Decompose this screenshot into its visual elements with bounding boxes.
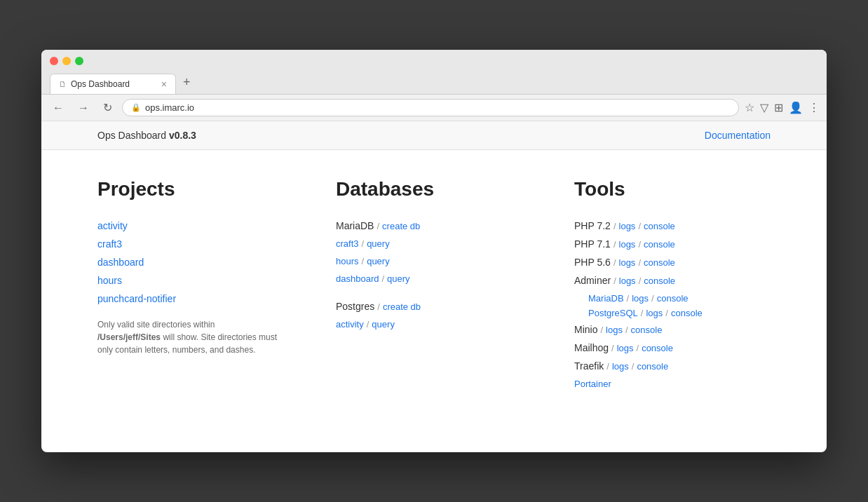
mariadb-group: MariaDB / create db craft3 / query hours… xyxy=(336,220,532,284)
tool-traefik: Traefik / logs / console xyxy=(574,360,771,372)
adminer-postgresql: PostgreSQL / logs / console xyxy=(588,308,771,318)
new-tab-button[interactable]: + xyxy=(176,71,198,94)
forward-button[interactable]: → xyxy=(74,100,93,116)
php56-logs[interactable]: logs xyxy=(619,257,636,268)
db-dashboard: dashboard / query xyxy=(336,273,532,284)
traefik-logs[interactable]: logs xyxy=(612,361,629,372)
tab-title: Ops Dashboard xyxy=(71,79,157,89)
cast-icon[interactable]: ▽ xyxy=(760,101,768,114)
postgres-create-link[interactable]: create db xyxy=(383,301,421,312)
project-link-hours[interactable]: hours xyxy=(97,275,294,286)
browser-titlebar: 🗋 Ops Dashboard × + xyxy=(41,50,827,95)
db-dashboard-link[interactable]: dashboard xyxy=(336,273,379,284)
postgres-header: Postgres / create db xyxy=(336,301,532,312)
adminer-postgresql-console[interactable]: console xyxy=(671,308,703,318)
tool-adminer: Adminer / logs / console xyxy=(574,275,771,286)
note-text-1: Only valid site directories within xyxy=(97,320,215,330)
tool-php56: PHP 5.6 / logs / console xyxy=(574,257,771,268)
projects-title: Projects xyxy=(97,178,294,201)
tab-doc-icon: 🗋 xyxy=(59,80,67,88)
documentation-link[interactable]: Documentation xyxy=(705,130,771,141)
mailhog-console[interactable]: console xyxy=(642,343,673,353)
lock-icon: 🔒 xyxy=(131,103,141,112)
close-button[interactable] xyxy=(50,57,58,65)
tab-close-button[interactable]: × xyxy=(161,79,167,90)
tool-adminer-group: Adminer / logs / console MariaDB / logs … xyxy=(574,275,771,318)
profile-icon[interactable]: 👤 xyxy=(789,101,803,114)
tool-php72: PHP 7.2 / logs / console xyxy=(574,220,771,231)
traefik-name: Traefik xyxy=(574,360,604,372)
db-hours-query[interactable]: query xyxy=(367,256,390,266)
reload-button[interactable]: ↻ xyxy=(99,100,116,116)
nav-actions: ☆ ▽ ⊞ 👤 ⋮ xyxy=(745,101,820,114)
php72-console[interactable]: console xyxy=(644,221,675,231)
project-link-activity[interactable]: activity xyxy=(97,220,294,231)
adminer-mariadb: MariaDB / logs / console xyxy=(588,293,771,304)
adminer-logs[interactable]: logs xyxy=(619,276,636,286)
browser-controls xyxy=(50,57,818,65)
project-link-dashboard[interactable]: dashboard xyxy=(97,257,294,268)
url-display: ops.imarc.io xyxy=(145,102,194,113)
tool-minio: Minio / logs / console xyxy=(574,324,771,335)
minimize-button[interactable] xyxy=(62,57,71,65)
extensions-icon[interactable]: ⊞ xyxy=(774,101,783,114)
php56-name: PHP 5.6 xyxy=(574,257,611,268)
minio-logs[interactable]: logs xyxy=(606,325,623,335)
adminer-mariadb-logs[interactable]: logs xyxy=(632,293,649,304)
browser-navbar: ← → ↻ 🔒 ops.imarc.io ☆ ▽ ⊞ 👤 ⋮ xyxy=(41,95,827,121)
php71-name: PHP 7.1 xyxy=(574,238,611,250)
note-bold: /Users/jeff/Sites xyxy=(97,332,161,342)
tools-title: Tools xyxy=(574,178,771,201)
adminer-mariadb-console[interactable]: console xyxy=(657,293,689,304)
adminer-mariadb-link[interactable]: MariaDB xyxy=(588,293,624,304)
mailhog-name: Mailhog xyxy=(574,342,609,353)
tool-mailhog: Mailhog / logs / console xyxy=(574,342,771,353)
postgres-name: Postgres xyxy=(336,301,374,312)
tool-portainer: Portainer xyxy=(574,379,771,389)
back-button[interactable]: ← xyxy=(48,100,68,116)
portainer-link[interactable]: Portainer xyxy=(574,379,611,389)
mailhog-logs[interactable]: logs xyxy=(617,343,634,353)
mariadb-name: MariaDB xyxy=(336,220,374,231)
minio-console[interactable]: console xyxy=(631,325,663,335)
adminer-name: Adminer xyxy=(574,275,611,286)
projects-note: Only valid site directories within /User… xyxy=(97,318,294,356)
postgres-group: Postgres / create db activity / query xyxy=(336,301,532,330)
db-dashboard-query[interactable]: query xyxy=(387,273,410,284)
db-hours: hours / query xyxy=(336,256,532,266)
php56-console[interactable]: console xyxy=(644,257,675,268)
php71-console[interactable]: console xyxy=(644,239,675,250)
db-activity-query[interactable]: query xyxy=(372,319,395,330)
maximize-button[interactable] xyxy=(75,57,83,65)
db-craft3-query[interactable]: query xyxy=(367,238,390,249)
adminer-sub-list: MariaDB / logs / console PostgreSQL / lo… xyxy=(588,293,771,318)
adminer-postgresql-logs[interactable]: logs xyxy=(646,308,663,318)
mariadb-create-link[interactable]: create db xyxy=(382,221,420,231)
db-craft3-link[interactable]: craft3 xyxy=(336,238,359,249)
project-link-punchcard-notifier[interactable]: punchcard-notifier xyxy=(97,293,294,304)
db-craft3: craft3 / query xyxy=(336,238,532,249)
address-bar[interactable]: 🔒 ops.imarc.io xyxy=(122,99,739,116)
header-title: Ops Dashboard v0.8.3 xyxy=(97,130,196,141)
tools-section: Tools PHP 7.2 / logs / console PHP 7.1 /… xyxy=(574,178,771,396)
page-content: Projects activity craft3 dashboard hours… xyxy=(41,150,827,452)
projects-section: Projects activity craft3 dashboard hours… xyxy=(97,178,294,356)
db-hours-link[interactable]: hours xyxy=(336,256,359,266)
project-link-craft3[interactable]: craft3 xyxy=(97,238,294,250)
adminer-console[interactable]: console xyxy=(644,276,675,286)
traefik-console[interactable]: console xyxy=(637,361,668,372)
databases-title: Databases xyxy=(336,178,532,201)
php71-logs[interactable]: logs xyxy=(619,239,636,250)
minio-name: Minio xyxy=(574,324,597,335)
tool-php71: PHP 7.1 / logs / console xyxy=(574,238,771,250)
traffic-lights xyxy=(50,57,83,65)
php72-logs[interactable]: logs xyxy=(619,221,636,231)
php72-name: PHP 7.2 xyxy=(574,220,611,231)
browser-window: 🗋 Ops Dashboard × + ← → ↻ 🔒 ops.imarc.io… xyxy=(41,50,827,452)
databases-section: Databases MariaDB / create db craft3 / q… xyxy=(336,178,532,346)
bookmark-icon[interactable]: ☆ xyxy=(745,101,754,114)
db-activity-link[interactable]: activity xyxy=(336,319,364,330)
adminer-postgresql-link[interactable]: PostgreSQL xyxy=(588,308,638,318)
active-tab[interactable]: 🗋 Ops Dashboard × xyxy=(50,74,176,94)
menu-icon[interactable]: ⋮ xyxy=(808,101,820,114)
